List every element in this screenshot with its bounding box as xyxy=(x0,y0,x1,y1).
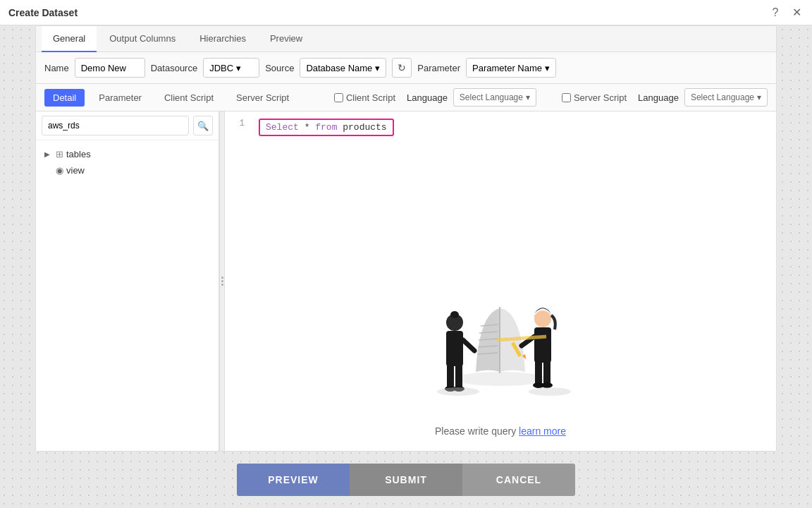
refresh-button[interactable]: ↻ xyxy=(392,58,412,78)
svg-rect-15 xyxy=(534,327,551,363)
illustration-area: Please write query learn more xyxy=(225,259,776,451)
client-language-label: Language xyxy=(407,92,448,103)
source-chevron: ▾ xyxy=(375,63,380,73)
svg-point-7 xyxy=(450,311,459,318)
help-icon[interactable]: ? xyxy=(768,6,782,20)
tree-item-tables[interactable]: ▶ ⊞ tables xyxy=(39,146,216,162)
svg-line-13 xyxy=(463,340,474,351)
name-input[interactable] xyxy=(75,58,145,78)
client-language-chevron: ▾ xyxy=(526,92,530,102)
client-script-label: Client Script xyxy=(346,92,395,103)
query-highlight-box: Select * from products xyxy=(259,119,394,136)
svg-rect-9 xyxy=(447,363,454,388)
arrow-icon: ▶ xyxy=(44,150,53,158)
tree-item-label: tables xyxy=(66,149,91,159)
sql-star: * xyxy=(304,122,316,133)
learn-more-link[interactable]: learn more xyxy=(519,425,566,437)
server-language-chevron: ▾ xyxy=(757,92,761,102)
tree-item-view[interactable]: ▶ ◉ view xyxy=(39,162,216,179)
splitter-dot-1 xyxy=(221,277,223,279)
close-icon[interactable]: ✕ xyxy=(789,6,804,20)
tab-bar: General Output Columns Hierarchies Previ… xyxy=(36,26,776,52)
datasource-select[interactable]: JDBC ▾ xyxy=(203,58,259,78)
dialog: General Output Columns Hierarchies Previ… xyxy=(35,25,777,452)
svg-point-25 xyxy=(529,387,571,396)
sub-tab-client-script[interactable]: Client Script xyxy=(156,89,222,107)
view-icon: ◉ xyxy=(56,165,63,176)
splitter[interactable] xyxy=(219,111,225,451)
tab-output-columns[interactable]: Output Columns xyxy=(98,26,187,52)
preview-button[interactable]: PREVIEW xyxy=(237,464,350,496)
please-write-query-text: Please write query xyxy=(435,425,519,437)
table-icon: ⊞ xyxy=(56,149,63,159)
illustration-svg xyxy=(395,273,606,414)
arrow-spacer: ▶ xyxy=(44,167,53,174)
source-label: Source xyxy=(265,63,294,73)
code-editor[interactable]: 1 Select * from products xyxy=(225,111,776,259)
svg-point-0 xyxy=(455,372,546,386)
server-script-checkbox[interactable] xyxy=(562,93,571,102)
svg-point-24 xyxy=(437,387,479,396)
refresh-icon: ↻ xyxy=(398,62,406,73)
submit-button[interactable]: SUBMIT xyxy=(350,464,462,496)
dialog-title: Create Dataset xyxy=(8,7,78,18)
sub-tab-server-script[interactable]: Server Script xyxy=(228,89,297,107)
datasource-label: Datasource xyxy=(151,63,197,73)
sub-tab-detail[interactable]: Detail xyxy=(44,89,85,107)
code-line-1: 1 Select * from products xyxy=(225,117,776,138)
line-content-1: Select * from products xyxy=(253,119,776,136)
parameter-select[interactable]: Parameter Name ▾ xyxy=(466,58,556,78)
line-number-1: 1 xyxy=(225,119,253,128)
content-area: 🔍 ▶ ⊞ tables ▶ ◉ view xyxy=(36,111,776,451)
sub-toolbar: Detail Parameter Client Script Server Sc… xyxy=(36,84,776,111)
client-language-value: Select Language xyxy=(460,92,523,102)
cancel-button[interactable]: CANCEL xyxy=(462,464,575,496)
datasource-value: JDBC xyxy=(209,63,233,73)
client-script-checkbox-group: Client Script xyxy=(334,92,395,103)
server-language-select[interactable]: Select Language ▾ xyxy=(684,88,768,107)
sql-table: products xyxy=(343,122,386,133)
parameter-label: Parameter xyxy=(417,63,460,73)
search-button[interactable]: 🔍 xyxy=(193,116,213,135)
source-value: Database Name xyxy=(306,63,372,73)
parameter-value: Parameter Name xyxy=(472,63,542,73)
svg-rect-8 xyxy=(446,331,463,366)
svg-point-19 xyxy=(541,382,553,388)
search-input[interactable] xyxy=(42,116,189,135)
search-icon: 🔍 xyxy=(197,121,209,131)
tree-content: ▶ ⊞ tables ▶ ◉ view xyxy=(36,140,219,451)
bottom-bar: PREVIEW SUBMIT CANCEL xyxy=(0,452,812,508)
main-toolbar: Name Datasource JDBC ▾ Source Database N… xyxy=(36,52,776,84)
name-label: Name xyxy=(44,63,69,73)
parameter-chevron: ▾ xyxy=(545,63,550,73)
splitter-dot-3 xyxy=(221,284,223,286)
server-language-label: Language xyxy=(638,92,679,103)
title-bar: Create Dataset ? ✕ xyxy=(0,0,812,25)
sql-select-keyword: Select xyxy=(266,122,299,133)
svg-rect-10 xyxy=(455,363,462,388)
source-select[interactable]: Database Name ▾ xyxy=(300,58,386,78)
splitter-handle xyxy=(221,277,223,286)
client-script-checkbox[interactable] xyxy=(334,93,343,102)
tab-preview[interactable]: Preview xyxy=(259,26,314,52)
svg-rect-17 xyxy=(543,360,550,385)
server-language-value: Select Language xyxy=(691,92,754,102)
svg-rect-16 xyxy=(535,360,542,385)
datasource-chevron: ▾ xyxy=(236,63,241,73)
tab-general[interactable]: General xyxy=(42,26,97,52)
client-language-select[interactable]: Select Language ▾ xyxy=(453,88,536,107)
search-box: 🔍 xyxy=(36,111,219,140)
server-script-label: Server Script xyxy=(574,92,627,103)
sql-from-keyword: from xyxy=(315,122,337,133)
svg-point-14 xyxy=(534,310,551,327)
tree-item-view-label: view xyxy=(66,165,85,176)
file-tree-panel: 🔍 ▶ ⊞ tables ▶ ◉ view xyxy=(36,111,219,451)
title-bar-icons: ? ✕ xyxy=(768,6,804,20)
splitter-dot-2 xyxy=(221,280,223,282)
tab-hierarchies[interactable]: Hierarchies xyxy=(188,26,257,52)
illustration-text: Please write query learn more xyxy=(435,425,566,437)
right-section: 1 Select * from products xyxy=(225,111,776,451)
server-script-checkbox-group: Server Script xyxy=(562,92,627,103)
sub-tab-parameter[interactable]: Parameter xyxy=(90,89,150,107)
